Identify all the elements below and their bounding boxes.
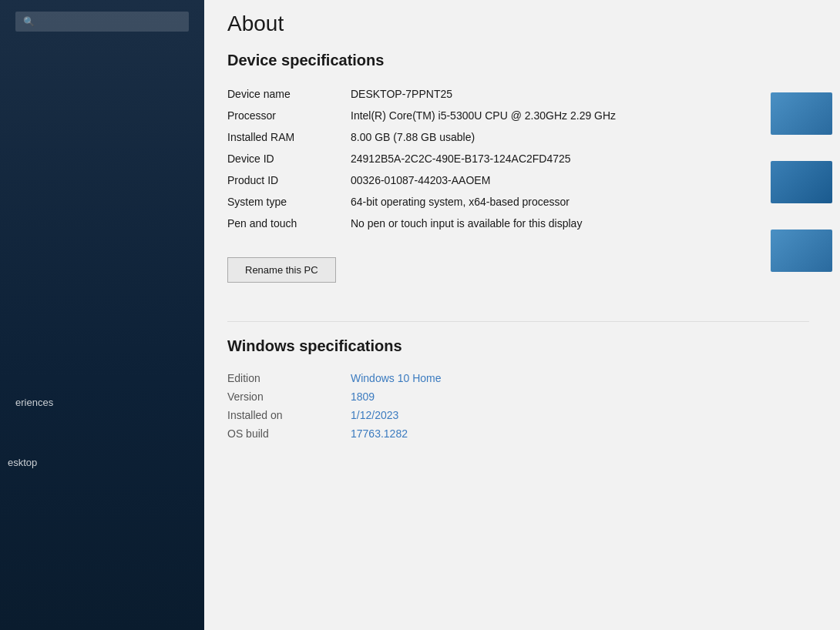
spec-label: Product ID [227,169,343,191]
win-spec-label: Version [227,387,343,406]
spec-value: 8.00 GB (7.88 GB usable) [343,126,809,148]
table-row: Device name DESKTOP-7PPNT25 [227,83,809,105]
table-row: System type 64-bit operating system, x64… [227,191,809,213]
rename-pc-button[interactable]: Rename this PC [227,257,336,283]
win-spec-value: Windows 10 Home [343,369,809,387]
sidebar: 🔍 eriences esktop [0,0,204,630]
table-row: Pen and touch No pen or touch input is a… [227,213,809,234]
spec-value: 00326-01087-44203-AAOEM [343,169,809,191]
panel-1 [771,92,832,135]
panel-3 [771,230,832,272]
spec-label: Device name [227,83,343,105]
spec-label: Installed RAM [227,126,343,148]
win-spec-value: 1/12/2023 [343,406,809,424]
sidebar-item-esktop: esktop [8,457,37,468]
spec-label: Pen and touch [227,213,343,234]
win-spec-label: Installed on [227,406,343,424]
windows-specs-title: Windows specifications [227,337,809,355]
table-row: Installed on 1/12/2023 [227,406,809,424]
panel-2 [771,161,832,203]
spec-label: Processor [227,105,343,126]
spec-label: System type [227,191,343,213]
search-icon: 🔍 [23,16,35,27]
spec-value: DESKTOP-7PPNT25 [343,83,809,105]
table-row: Version 1809 [227,387,809,406]
spec-value: No pen or touch input is available for t… [343,213,809,234]
sidebar-item-eriences: eriences [0,390,69,414]
win-spec-label: OS build [227,424,343,443]
spec-label: Device ID [227,148,343,169]
spec-value: Intel(R) Core(TM) i5-5300U CPU @ 2.30GHz… [343,105,809,126]
device-specs-title: Device specifications [227,52,809,69]
table-row: Installed RAM 8.00 GB (7.88 GB usable) [227,126,809,148]
spec-value: 24912B5A-2C2C-490E-B173-124AC2FD4725 [343,148,809,169]
main-content: About Device specifications Device name … [204,0,840,630]
section-divider [227,321,809,322]
table-row: Edition Windows 10 Home [227,369,809,387]
device-specs-table: Device name DESKTOP-7PPNT25 Processor In… [227,83,809,234]
win-spec-value: 1809 [343,387,809,406]
page-title: About [227,8,809,36]
windows-specs-table: Edition Windows 10 Home Version 1809 Ins… [227,369,809,443]
search-bar[interactable]: 🔍 [15,12,189,32]
spec-value: 64-bit operating system, x64-based proce… [343,191,809,213]
table-row: Device ID 24912B5A-2C2C-490E-B173-124AC2… [227,148,809,169]
win-spec-value: 17763.1282 [343,424,809,443]
win-spec-label: Edition [227,369,343,387]
table-row: Product ID 00326-01087-44203-AAOEM [227,169,809,191]
right-decorative-panels [763,0,840,630]
table-row: Processor Intel(R) Core(TM) i5-5300U CPU… [227,105,809,126]
table-row: OS build 17763.1282 [227,424,809,443]
